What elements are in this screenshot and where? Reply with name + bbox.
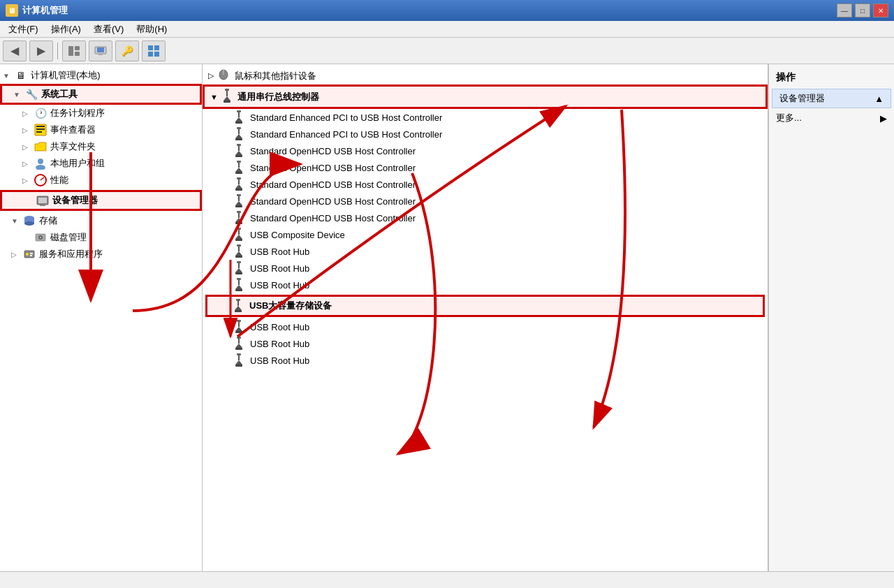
svg-rect-12 [36,128,45,130]
device-label: USB Root Hub [250,339,309,349]
svg-rect-82 [237,301,239,306]
svg-rect-62 [238,213,240,218]
svg-rect-93 [237,353,241,355]
svg-rect-7 [154,45,159,50]
key-button[interactable]: 🔑 [115,41,139,61]
device-item[interactable]: USB Root Hub [203,277,768,293]
actions-more[interactable]: 更多... ▶ [769,109,894,127]
sidebar-item-shared-folders[interactable]: ▷ 共享文件夹 [0,138,202,155]
svg-rect-68 [235,239,242,241]
svg-point-23 [24,221,34,226]
computer-button[interactable] [89,41,112,61]
svg-point-15 [36,165,45,170]
svg-rect-80 [235,289,242,291]
device-label: USB Composite Device [250,230,345,240]
svg-rect-88 [235,331,242,333]
grid-button[interactable] [142,41,166,61]
usb-device-icon [233,211,244,225]
back-button[interactable]: ◀ [3,41,27,61]
svg-rect-66 [238,230,240,235]
svg-rect-70 [238,247,240,251]
svg-rect-38 [238,112,240,117]
usb-device-icon [233,353,244,367]
svg-marker-59 [235,201,242,205]
sidebar-item-task-scheduler[interactable]: ▷ 🕐 任务计划程序 [0,105,202,122]
svg-rect-76 [235,272,242,274]
svg-rect-2 [75,52,80,56]
usb-device-icon [233,320,244,334]
device-item[interactable]: Standard OpenHCD USB Host Controller [203,142,768,159]
device-label: Standard OpenHCD USB Host Controller [250,146,416,156]
svg-rect-8 [148,52,153,57]
device-item[interactable]: USB Root Hub [203,352,768,369]
device-label: Standard OpenHCD USB Host Controller [250,179,416,190]
svg-rect-84 [235,310,242,312]
usb-section-header[interactable]: ▼ 通用串行总线控制器 [203,84,768,109]
close-button[interactable]: ✕ [873,3,888,17]
device-item[interactable]: Standard OpenHCD USB Host Controller [203,176,768,193]
svg-rect-40 [235,122,242,124]
device-item[interactable]: Standard Enhanced PCI to USB Host Contro… [203,126,768,142]
sidebar-item-disk-management[interactable]: 磁盘管理 [0,229,202,246]
device-item[interactable]: USB大容量存储设备 [205,295,765,317]
menu-view[interactable]: 查看(V) [88,22,129,37]
svg-marker-87 [235,327,242,331]
mouse-section[interactable]: ▷ 鼠标和其他指针设备 [203,67,768,84]
device-item[interactable]: USB Root Hub [203,260,768,277]
device-item[interactable]: Standard Enhanced PCI to USB Host Contro… [203,109,768,126]
svg-rect-33 [225,89,229,91]
usb-device-icon [233,144,244,158]
device-item[interactable]: USB Root Hub [203,243,768,260]
menu-file[interactable]: 文件(F) [3,22,44,37]
svg-rect-30 [30,255,32,256]
svg-rect-94 [238,355,240,360]
device-item[interactable]: USB Root Hub [203,335,768,352]
svg-rect-45 [237,144,241,146]
forward-button[interactable]: ▶ [29,41,53,61]
svg-marker-83 [235,306,242,310]
sidebar-root[interactable]: ▼ 🖥 计算机管理(本地) [0,67,202,84]
sidebar-item-event-viewer[interactable]: ▷ 事件查看器 [0,122,202,138]
device-item[interactable]: Standard OpenHCD USB Host Controller [203,210,768,226]
sidebar-item-performance[interactable]: ▷ 性能 [0,172,202,189]
usb-device-icon [233,161,244,175]
svg-rect-0 [68,46,73,56]
device-item[interactable]: Standard OpenHCD USB Host Controller [203,159,768,176]
svg-line-17 [41,177,44,180]
svg-rect-89 [237,337,241,339]
usb-device-icon [233,278,244,292]
device-item[interactable]: Standard OpenHCD USB Host Controller [203,193,768,210]
svg-marker-71 [235,251,242,256]
menu-bar: 文件(F) 操作(A) 查看(V) 帮助(H) [0,21,894,38]
window-container: 🖥 计算机管理 — □ ✕ 文件(F) 操作(A) 查看(V) 帮助(H) ◀ … [0,0,894,588]
svg-rect-34 [226,91,228,96]
sidebar-item-system-tools[interactable]: ▼ 🔧 系统工具 [0,84,202,105]
mouse-section-label: 鼠标和其他指针设备 [235,70,316,82]
svg-rect-9 [154,52,159,57]
sidebar-item-storage[interactable]: ▼ 存储 [0,212,202,229]
svg-rect-72 [235,256,242,258]
device-item[interactable]: USB Composite Device [203,226,768,243]
window-title: 计算机管理 [22,4,68,17]
svg-rect-53 [237,177,241,179]
maximize-button[interactable]: □ [855,3,870,17]
svg-rect-19 [38,198,47,203]
sidebar-item-local-users[interactable]: ▷ 本地用户和组 [0,155,202,172]
minimize-button[interactable]: — [837,3,852,17]
svg-marker-43 [235,134,242,138]
actions-device-manager[interactable]: 设备管理器 ▲ [772,89,891,108]
menu-help[interactable]: 帮助(H) [131,22,173,37]
device-item[interactable]: USB Root Hub [203,318,768,335]
svg-rect-86 [238,322,240,327]
svg-rect-46 [238,146,240,151]
show-tree-button[interactable] [62,41,86,61]
sidebar-item-services[interactable]: ▷ 服务和应用程序 [0,246,202,263]
sidebar-item-device-manager[interactable]: 设备管理器 [0,190,202,211]
menu-action[interactable]: 操作(A) [45,22,87,37]
device-label: Standard OpenHCD USB Host Controller [250,196,416,207]
usb-section-label: 通用串行总线控制器 [237,91,319,103]
svg-point-26 [40,237,41,238]
svg-marker-79 [235,285,242,289]
svg-rect-49 [237,161,241,163]
svg-rect-42 [238,129,240,134]
